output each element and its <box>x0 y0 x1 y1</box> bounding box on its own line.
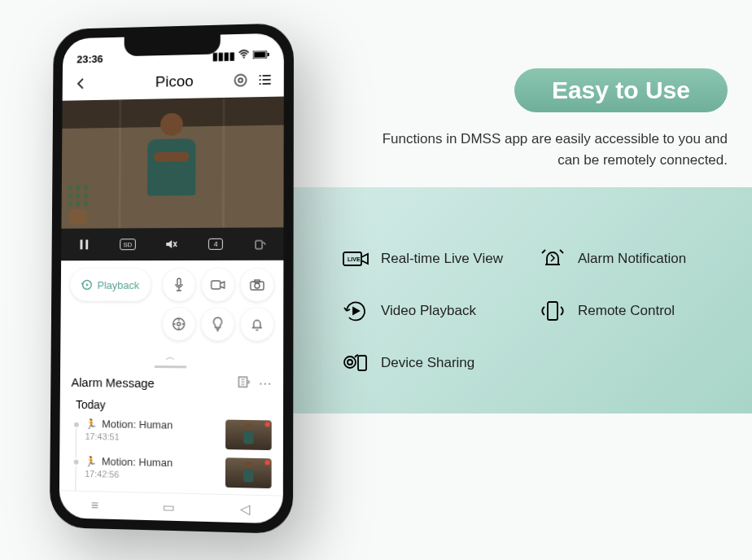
svg-point-22 <box>177 322 181 326</box>
nav-menu-icon[interactable]: ≡ <box>91 498 98 513</box>
ptz-button[interactable] <box>163 308 195 340</box>
alarm-item-time: 17:42:56 <box>85 469 219 482</box>
svg-point-11 <box>238 78 243 82</box>
status-icons: ▮▮▮▮ <box>212 49 269 63</box>
phone-screen: 23:36 ▮▮▮▮ Picoo <box>59 33 284 524</box>
svg-rect-14 <box>256 241 262 249</box>
collapse-handle[interactable] <box>60 343 283 366</box>
svg-rect-13 <box>85 239 88 249</box>
grid-button[interactable]: 4 <box>208 238 223 250</box>
live-icon: LIVE <box>342 247 369 271</box>
alarm-item-title: Motion: Human <box>102 418 173 431</box>
video-person <box>143 112 200 218</box>
phone-mockup: 23:36 ▮▮▮▮ Picoo <box>50 23 294 534</box>
battery-icon <box>253 49 269 61</box>
signal-icon: ▮▮▮▮ <box>212 50 235 63</box>
marketing-header: Easy to Use Functions in DMSS app are ea… <box>247 68 752 170</box>
bell-button[interactable] <box>241 308 274 341</box>
phone-frame: 23:36 ▮▮▮▮ Picoo <box>50 23 294 534</box>
feature-label: Device Sharing <box>381 355 474 371</box>
svg-rect-5 <box>358 356 366 370</box>
feature-live-view: LIVE Real-time Live View <box>342 236 522 282</box>
wifi-icon <box>238 50 250 62</box>
feature-label: Alarm Notification <box>578 251 686 267</box>
phone-notch <box>125 35 221 57</box>
feature-alarm-notification: Alarm Notification <box>539 236 719 282</box>
svg-point-10 <box>235 74 247 85</box>
motion-icon: 🏃 <box>85 455 97 466</box>
live-video[interactable] <box>61 97 283 229</box>
alarm-item-time: 17:43:51 <box>85 431 219 444</box>
nav-back-icon[interactable]: ◁ <box>240 501 250 518</box>
feature-label: Real-time Live View <box>381 251 503 267</box>
alarm-thumbnail[interactable] <box>225 420 272 451</box>
svg-rect-17 <box>212 281 221 289</box>
nav-home-icon[interactable]: ▭ <box>163 499 175 515</box>
video-controls: SD 4 <box>61 227 283 260</box>
alarm-more-icon[interactable]: ⋯ <box>259 375 272 392</box>
gear-icon[interactable] <box>232 71 250 89</box>
svg-rect-2 <box>548 302 557 320</box>
alarm-icon <box>539 247 566 271</box>
svg-point-19 <box>255 283 260 288</box>
status-time: 23:36 <box>77 53 103 65</box>
share-icon <box>342 351 369 375</box>
svg-text:LIVE: LIVE <box>348 256 361 262</box>
remote-icon <box>539 299 566 323</box>
snapshot-button[interactable] <box>241 269 273 301</box>
header-title: Picoo <box>95 71 254 92</box>
alarm-item[interactable]: 🏃Motion: Human 17:42:56 <box>71 455 272 489</box>
alarm-today-label: Today <box>76 398 272 413</box>
alarm-section: Alarm Message ⋯ Today 🏃Motion: Human 17:… <box>59 374 283 496</box>
svg-point-3 <box>344 357 356 368</box>
feature-remote-control: Remote Control <box>539 288 719 334</box>
feature-label: Video Playback <box>381 303 476 319</box>
video-plant <box>66 183 90 224</box>
svg-point-6 <box>243 57 245 59</box>
record-button[interactable] <box>202 269 234 301</box>
alarm-item-title: Motion: Human <box>102 455 173 469</box>
pause-button[interactable] <box>74 235 93 255</box>
playback-button[interactable]: Playback <box>70 269 151 301</box>
mic-button[interactable] <box>163 269 195 301</box>
easy-to-use-badge: Easy to Use <box>514 68 728 112</box>
alarm-thumbnail[interactable] <box>225 457 272 488</box>
mute-button[interactable] <box>162 234 181 254</box>
toolbar: Playback <box>60 260 283 344</box>
app-header: Picoo <box>63 62 284 100</box>
feature-video-playback: Video Playback <box>342 288 522 334</box>
svg-rect-8 <box>254 52 265 58</box>
svg-rect-9 <box>268 53 269 56</box>
alarm-item[interactable]: 🏃Motion: Human 17:43:51 <box>71 418 272 450</box>
marketing-subtitle: Functions in DMSS app are easily accessi… <box>247 112 752 170</box>
svg-rect-16 <box>177 278 181 286</box>
drag-handle[interactable] <box>155 365 187 368</box>
feature-panel: LIVE Real-time Live View Alarm Notificat… <box>228 187 752 413</box>
svg-rect-12 <box>80 240 82 250</box>
alarm-header: Alarm Message ⋯ <box>71 374 271 392</box>
back-icon[interactable] <box>72 75 89 93</box>
feature-device-sharing: Device Sharing <box>342 340 522 386</box>
svg-point-4 <box>348 360 352 365</box>
android-navbar: ≡ ▭ ◁ <box>59 490 283 523</box>
rotate-button[interactable] <box>250 234 269 254</box>
light-button[interactable] <box>201 308 234 340</box>
quality-button[interactable]: SD <box>120 238 136 250</box>
playback-label: Playback <box>98 278 140 291</box>
feature-label: Remote Control <box>578 303 675 319</box>
playback-icon <box>342 299 369 323</box>
alarm-filter-icon[interactable] <box>237 375 250 392</box>
motion-icon: 🏃 <box>85 418 98 429</box>
list-icon[interactable] <box>256 71 274 89</box>
alarm-heading: Alarm Message <box>71 374 154 389</box>
